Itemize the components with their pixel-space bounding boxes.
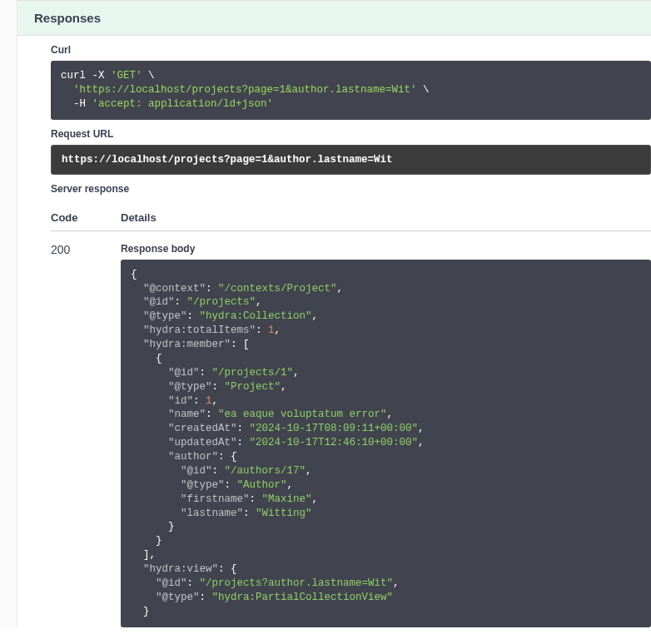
- json-string: "ea eaque voluptatum error": [218, 409, 387, 420]
- json-key: "name": [168, 409, 206, 420]
- json-colon: :: [212, 465, 225, 477]
- json-colon: :: [187, 310, 200, 322]
- server-response-label: Server response: [51, 175, 651, 200]
- json-comma: ,: [287, 479, 294, 491]
- json-colon: :: [237, 423, 250, 434]
- json-colon: :: [200, 367, 212, 379]
- json-comma: ,: [387, 409, 394, 420]
- json-string: "Maxine": [262, 493, 312, 505]
- response-row: 200 Response body { "@context": "/contex…: [51, 231, 651, 627]
- json-colon: :: [206, 283, 218, 295]
- json-colon: :: [187, 577, 200, 589]
- json-string: "/contexts/Project": [218, 283, 337, 295]
- curl-accept: 'accept: application/ld+json': [92, 98, 274, 110]
- json-brace: }: [131, 606, 150, 617]
- json-key: "hydra:member": [143, 339, 231, 350]
- json-comma: ,: [256, 296, 262, 308]
- curl-text: curl -X: [61, 70, 111, 82]
- json-key: "@context": [143, 283, 206, 295]
- json-key: "@id": [143, 296, 175, 308]
- json-comma: ,: [275, 324, 281, 336]
- request-url-label: Request URL: [51, 120, 651, 145]
- json-comma: ,: [293, 367, 300, 379]
- json-comma: ,: [418, 437, 425, 448]
- json-string: "/projects?author.lastname=Wit": [200, 577, 394, 589]
- json-colon: :: [250, 493, 262, 505]
- json-colon: :: [237, 437, 250, 448]
- json-key: "firstname": [181, 493, 250, 505]
- json-number: 1: [268, 324, 275, 336]
- json-string: "Project": [225, 381, 281, 393]
- curl-indent2: [61, 84, 73, 96]
- json-colon: :: [243, 508, 256, 519]
- json-string: "Author": [237, 479, 287, 491]
- json-string: "2024-10-17T08:09:11+00:00": [250, 423, 419, 434]
- json-string: "hydra:PartialCollectionView": [212, 592, 394, 603]
- json-bracket: : [: [231, 339, 250, 350]
- json-string: "hydra:Collection": [200, 310, 312, 322]
- response-body-label: Response body: [121, 243, 651, 255]
- json-brace: {: [131, 353, 162, 364]
- json-bracket: ],: [131, 549, 156, 561]
- curl-cont2: \: [417, 84, 430, 96]
- json-colon: :: [212, 381, 225, 393]
- response-table-header: Code Details: [51, 205, 651, 231]
- code-column-header: Code: [51, 211, 121, 224]
- json-comma: ,: [418, 423, 425, 434]
- json-key: "updatedAt": [168, 437, 237, 448]
- curl-cont1: \: [142, 70, 155, 82]
- curl-url: 'https://localhost/projects?page=1&autho…: [73, 84, 417, 96]
- json-key: "@id": [156, 577, 187, 589]
- json-line: {: [131, 269, 137, 280]
- json-colon: :: [200, 592, 212, 603]
- json-key: "@id": [181, 465, 212, 477]
- json-colon: :: [225, 479, 237, 491]
- json-colon: :: [256, 324, 268, 336]
- json-key: "hydra:totalItems": [143, 324, 256, 336]
- json-key: "@type": [143, 310, 187, 322]
- json-colon: :: [206, 409, 218, 420]
- json-brace: }: [131, 521, 175, 533]
- json-string: "/projects": [187, 296, 256, 308]
- json-comma: ,: [312, 310, 319, 322]
- json-brace: }: [131, 535, 162, 547]
- json-key: "@type": [156, 592, 200, 603]
- json-string: "2024-10-17T12:46:10+00:00": [250, 437, 419, 448]
- status-code: 200: [51, 243, 121, 627]
- json-number: 1: [206, 395, 212, 407]
- json-colon: :: [175, 296, 187, 308]
- json-string: "/authors/17": [225, 465, 306, 477]
- json-comma: ,: [306, 465, 312, 477]
- json-comma: ,: [312, 493, 319, 505]
- responses-title: Responses: [34, 11, 634, 25]
- json-key: "author": [168, 451, 218, 463]
- details-column-header: Details: [121, 211, 651, 224]
- json-brace: : {: [218, 563, 237, 575]
- curl-code-block[interactable]: curl -X 'GET' \ 'https://localhost/proje…: [51, 61, 651, 120]
- curl-method: 'GET': [111, 70, 142, 82]
- json-key: "@type": [181, 479, 225, 491]
- json-key: "hydra:view": [143, 563, 218, 575]
- json-comma: ,: [393, 577, 400, 589]
- json-brace: : {: [218, 451, 237, 463]
- json-key: "@id": [168, 367, 200, 379]
- responses-header: Responses: [17, 0, 651, 36]
- json-key: "id": [168, 395, 193, 407]
- response-body-block[interactable]: { "@context": "/contexts/Project", "@id"…: [121, 260, 651, 627]
- curl-h-flag: -H: [61, 98, 92, 110]
- json-key: "@type": [168, 381, 212, 393]
- json-comma: ,: [212, 395, 219, 407]
- json-colon: :: [193, 395, 206, 407]
- json-comma: ,: [281, 381, 287, 393]
- json-string: "/projects/1": [212, 367, 294, 379]
- request-url-value[interactable]: https://localhost/projects?page=1&author…: [51, 145, 651, 175]
- curl-label: Curl: [51, 36, 651, 61]
- json-string: "Witting": [256, 508, 312, 519]
- json-comma: ,: [337, 283, 344, 295]
- json-key: "lastname": [181, 508, 243, 519]
- json-key: "createdAt": [168, 423, 237, 434]
